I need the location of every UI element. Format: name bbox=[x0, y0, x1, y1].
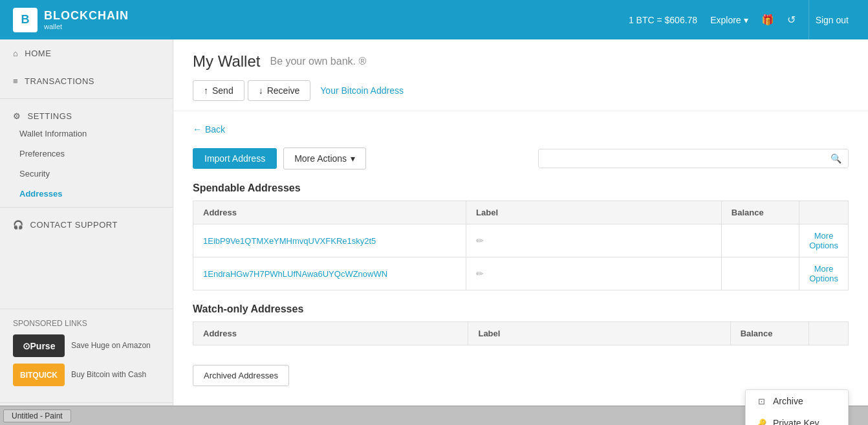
bitquick-logo: BITQUICK bbox=[13, 364, 65, 386]
purse-logo: ⊙Purse bbox=[13, 334, 65, 357]
sponsor-bitquick[interactable]: BITQUICK Buy Bitcoin with Cash bbox=[13, 364, 160, 386]
wallet-title: My Wallet bbox=[193, 52, 260, 71]
col-balance-1: Balance bbox=[721, 201, 799, 224]
label-cell-1: ✏ bbox=[466, 224, 722, 257]
sidebar-item-home-label: HOME bbox=[25, 49, 51, 58]
sidebar-divider-1 bbox=[0, 98, 173, 99]
layout: ⌂ HOME ≡ TRANSACTIONS ⚙ SETTINGS Wallet … bbox=[0, 39, 868, 425]
purse-desc: Save Huge on Amazon bbox=[71, 340, 151, 351]
taskbar-paint-item[interactable]: Untitled - Paint bbox=[3, 409, 71, 422]
back-label: Back bbox=[205, 124, 225, 135]
label-cell-2: ✏ bbox=[466, 257, 722, 290]
address-cell-2: 1EndraHGw7H7PWhLUfNAwa6UYQcWZnowWN bbox=[193, 257, 466, 290]
logo-text: BLOCKCHAIN wallet bbox=[44, 9, 129, 30]
taskbar: Untitled - Paint bbox=[0, 406, 868, 425]
sidebar-item-wallet-information[interactable]: Wallet Information bbox=[0, 124, 173, 144]
more-options-button-2[interactable]: More Options bbox=[809, 264, 838, 283]
wallet-title-row: My Wallet Be your own bank. ® bbox=[193, 52, 849, 71]
dropdown-menu: ⊡ Archive 🔑 Private Key → Transfer ✔ Sig… bbox=[745, 389, 849, 425]
wallet-information-label: Wallet Information bbox=[19, 129, 87, 138]
explore-label: Explore bbox=[710, 15, 741, 25]
edit-icon-2[interactable]: ✏ bbox=[476, 268, 484, 279]
more-actions-label: More Actions bbox=[294, 153, 347, 164]
receive-icon: ↓ bbox=[259, 85, 263, 96]
sidebar-item-preferences[interactable]: Preferences bbox=[0, 144, 173, 164]
sidebar-item-home[interactable]: ⌂ HOME bbox=[0, 39, 173, 67]
wallet-actions: ↑ Send ↓ Receive Your Bitcoin Address bbox=[193, 80, 849, 101]
sidebar-divider-2 bbox=[0, 207, 173, 208]
spendable-table: Address Label Balance 1EibP9Ve1QTMXeYMHm… bbox=[193, 201, 849, 290]
dropdown-arrow-icon: ▾ bbox=[351, 153, 355, 164]
logo: B BLOCKCHAIN wallet bbox=[13, 8, 629, 32]
private-key-label: Private Key bbox=[773, 418, 819, 425]
key-icon: 🔑 bbox=[756, 419, 766, 426]
sponsor-purse[interactable]: ⊙Purse Save Huge on Amazon bbox=[13, 334, 160, 357]
headphones-icon: 🎧 bbox=[13, 220, 24, 230]
balance-cell-1 bbox=[721, 224, 799, 257]
import-address-button[interactable]: Import Address bbox=[193, 148, 277, 169]
col-label-1: Label bbox=[466, 201, 722, 224]
archived-addresses-button[interactable]: Archived Addresses bbox=[193, 365, 289, 386]
signout-button[interactable]: Sign out bbox=[808, 0, 855, 39]
sidebar-item-addresses[interactable]: Addresses bbox=[0, 184, 173, 204]
search-input[interactable] bbox=[545, 153, 830, 164]
col-address-1: Address bbox=[193, 201, 466, 224]
archive-label: Archive bbox=[773, 396, 803, 406]
address-link-1[interactable]: 1EibP9Ve1QTMXeYMHmvqUVXFKRe1sky2t5 bbox=[203, 236, 376, 246]
more-options-button-1[interactable]: More Options bbox=[809, 231, 838, 250]
back-button[interactable]: ← Back bbox=[193, 124, 225, 135]
logo-icon: B bbox=[13, 8, 38, 32]
action-cell-2: More Options bbox=[799, 257, 849, 290]
col-address-wo: Address bbox=[193, 322, 468, 345]
edit-icon-1[interactable]: ✏ bbox=[476, 235, 484, 246]
receive-button[interactable]: ↓ Receive bbox=[248, 80, 311, 101]
balance-cell-2 bbox=[721, 257, 799, 290]
wallet-tagline: Be your own bank. ® bbox=[270, 56, 366, 67]
addresses-label: Addresses bbox=[19, 189, 62, 199]
transactions-icon: ≡ bbox=[13, 76, 18, 86]
contact-support-section[interactable]: 🎧 CONTACT SUPPORT bbox=[0, 211, 173, 232]
address-link-2[interactable]: 1EndraHGw7H7PWhLUfNAwa6UYQcWZnowWN bbox=[203, 269, 387, 279]
header-right: 1 BTC = $606.78 Explore ▾ 🎁 ↺ Sign out bbox=[629, 0, 855, 39]
archive-icon: ⊡ bbox=[756, 397, 766, 406]
sidebar-nav: ⌂ HOME ≡ TRANSACTIONS ⚙ SETTINGS Wallet … bbox=[0, 39, 173, 309]
back-arrow-icon: ← bbox=[193, 124, 202, 135]
contact-support-label: CONTACT SUPPORT bbox=[30, 220, 118, 230]
table-row: 1EndraHGw7H7PWhLUfNAwa6UYQcWZnowWN ✏ Mor… bbox=[193, 257, 849, 290]
wallet-header: My Wallet Be your own bank. ® ↑ Send ↓ R… bbox=[173, 39, 868, 111]
main-content: My Wallet Be your own bank. ® ↑ Send ↓ R… bbox=[173, 39, 868, 425]
home-icon: ⌂ bbox=[13, 49, 18, 58]
settings-label: SETTINGS bbox=[28, 111, 72, 121]
more-actions-button[interactable]: More Actions ▾ bbox=[283, 147, 366, 169]
settings-icon: ⚙ bbox=[13, 111, 21, 121]
sidebar-item-transactions[interactable]: ≡ TRANSACTIONS bbox=[0, 67, 173, 95]
settings-section: ⚙ SETTINGS bbox=[0, 102, 173, 124]
send-button[interactable]: ↑ Send bbox=[193, 80, 244, 101]
refresh-icon[interactable]: ↺ bbox=[787, 14, 796, 26]
bitcoin-address-link[interactable]: Your Bitcoin Address bbox=[314, 81, 410, 100]
col-label-wo: Label bbox=[468, 322, 730, 345]
logo-title: BLOCKCHAIN bbox=[44, 9, 129, 23]
receive-label: Receive bbox=[267, 85, 300, 96]
sidebar-item-security[interactable]: Security bbox=[0, 164, 173, 184]
dropdown-item-archive[interactable]: ⊡ Archive bbox=[746, 390, 848, 412]
bitquick-desc: Buy Bitcoin with Cash bbox=[71, 369, 146, 380]
spendable-section-title: Spendable Addresses bbox=[193, 182, 849, 194]
gift-icon[interactable]: 🎁 bbox=[761, 14, 774, 26]
dropdown-item-private-key[interactable]: 🔑 Private Key bbox=[746, 412, 848, 425]
address-cell-1: 1EibP9Ve1QTMXeYMHmvqUVXFKRe1sky2t5 bbox=[193, 224, 466, 257]
content-actions: Import Address More Actions ▾ 🔍 bbox=[193, 147, 849, 169]
preferences-label: Preferences bbox=[19, 149, 65, 158]
send-label: Send bbox=[212, 85, 233, 96]
table-row: 1EibP9Ve1QTMXeYMHmvqUVXFKRe1sky2t5 ✏ Mor… bbox=[193, 224, 849, 257]
send-icon: ↑ bbox=[204, 85, 208, 96]
watchonly-table: Address Label Balance bbox=[193, 321, 849, 345]
explore-button[interactable]: Explore ▾ bbox=[710, 15, 748, 25]
security-label: Security bbox=[19, 169, 50, 179]
col-balance-wo: Balance bbox=[730, 322, 809, 345]
sponsored-title: SPONSORED LINKS bbox=[13, 319, 160, 328]
sidebar-item-transactions-label: TRANSACTIONS bbox=[25, 76, 94, 86]
logo-subtitle: wallet bbox=[44, 23, 129, 30]
btc-price: 1 BTC = $606.78 bbox=[629, 15, 697, 25]
sidebar: ⌂ HOME ≡ TRANSACTIONS ⚙ SETTINGS Wallet … bbox=[0, 39, 173, 425]
